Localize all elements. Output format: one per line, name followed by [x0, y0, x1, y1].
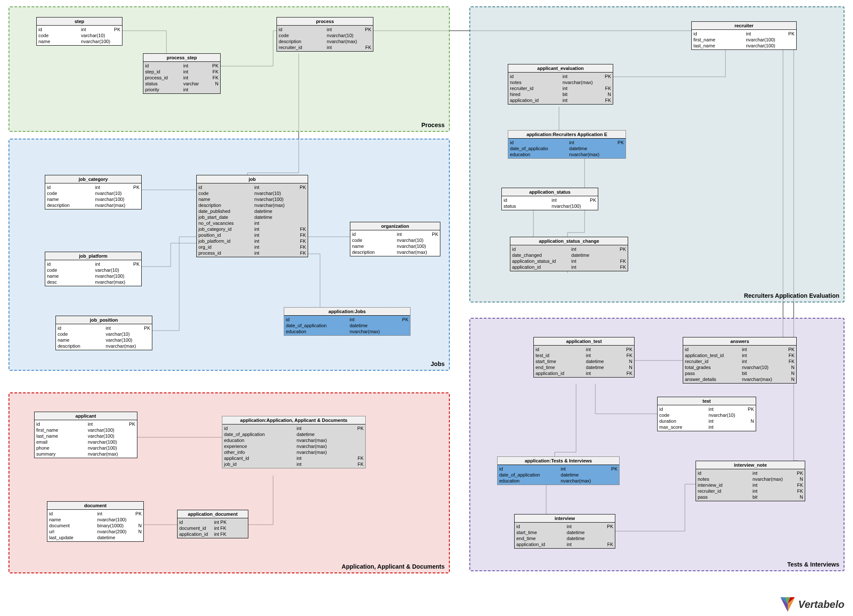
entity-application_jobs[interactable]: application:Jobs idintPKdate_of_applicat… — [284, 307, 410, 336]
column-row: date_of_applicationdatetime — [499, 472, 617, 478]
column-row: descriptionnvarchar(max) — [47, 202, 140, 208]
vertabelo-logo: Vertabelo — [780, 597, 844, 612]
entity-title: application_status_change — [510, 237, 628, 245]
column-row: codenvarchar(10) — [198, 190, 306, 196]
entity-applicant[interactable]: applicant idintPKfirst_namevarchar(100)l… — [34, 412, 137, 458]
column-row: codevarchar(10) — [38, 32, 120, 38]
logo-text: Vertabelo — [798, 599, 844, 610]
column-row: idintPK — [47, 261, 140, 267]
column-row: idintPK — [58, 325, 150, 331]
column-row: priorityint — [145, 87, 218, 93]
column-row: application_idintFK — [512, 264, 626, 270]
column-row: max_scoreint — [659, 424, 754, 430]
entity-process[interactable]: process idintPKcodenvarchar(10)descripti… — [277, 17, 373, 52]
column-row: codenvarchar(10) — [47, 190, 140, 196]
column-row: idintPK — [279, 26, 371, 32]
entity-title: process_step — [143, 54, 220, 62]
column-row: notesnvarchar(max)N — [698, 476, 803, 482]
column-row: namenvarchar(100) — [198, 196, 306, 202]
entity-answers[interactable]: answers idintPKapplication_test_idintFKr… — [683, 337, 797, 384]
entity-recruiter[interactable]: recruiter idintPKfirst_namenvarchar(100)… — [691, 21, 797, 50]
entity-application_recr[interactable]: application:Recruiters Application E idi… — [508, 130, 626, 159]
entity-document[interactable]: document idintPKnamenvarchar(100)documen… — [47, 501, 144, 542]
column-row: idintPK — [47, 184, 140, 190]
entity-application_status[interactable]: application_status idintPKstatusnvarchar… — [501, 188, 598, 210]
column-row: emailnvarchar(100) — [36, 439, 135, 445]
entity-title: process — [277, 17, 373, 26]
column-row: recruiter_idintFK — [510, 85, 611, 91]
column-row: statusvarcharN — [145, 81, 218, 87]
column-row: date_of_applicationdatetime — [224, 431, 364, 437]
entity-step[interactable]: step idintPKcodevarchar(10)namenvarchar(… — [36, 17, 122, 46]
zone-label: Jobs — [431, 360, 445, 367]
entity-application_test[interactable]: application_test idintPKtest_idintFKstar… — [533, 337, 635, 378]
column-row: codevarchar(10) — [58, 331, 150, 337]
entity-title: application:Application, Applicant & Doc… — [222, 416, 365, 424]
column-row: educationnvarchar(max) — [286, 328, 408, 334]
column-row: position_idintFK — [198, 232, 306, 238]
entity-title: application:Tests & Interviews — [498, 457, 619, 465]
column-row: idintPK — [49, 511, 142, 517]
column-row: date_changeddatetime — [512, 252, 626, 258]
column-row: statusnvarchar(100) — [504, 203, 596, 209]
column-row: namenvarchar(100) — [49, 517, 142, 523]
entity-title: answers — [683, 337, 796, 346]
column-row: application_idintFK — [536, 370, 632, 376]
entity-title: document — [47, 502, 143, 510]
entity-title: application_document — [178, 510, 248, 518]
column-row: idintPK — [499, 466, 617, 472]
zone-label: Tests & Interviews — [787, 561, 839, 568]
column-row: test_idintFK — [536, 352, 632, 358]
entity-application_app[interactable]: application:Application, Applicant & Doc… — [222, 416, 366, 468]
column-row: last_namenvarchar(100) — [693, 43, 795, 49]
column-row: idintPK — [504, 197, 596, 203]
column-row: phonenvarchar(100) — [36, 445, 135, 451]
column-row: descnvarchar(max) — [47, 279, 140, 285]
column-row: idintPK — [36, 421, 135, 427]
entity-job[interactable]: job idintPKcodenvarchar(10)namenvarchar(… — [196, 175, 308, 257]
column-row: recruiter_idintFK — [279, 44, 371, 50]
entity-job_platform[interactable]: job_platform idintPKcodevarchar(10)namen… — [45, 252, 142, 286]
column-row: hiredbitN — [510, 91, 611, 97]
entity-title: application_test — [534, 337, 634, 346]
column-row: end_timedatetimeN — [536, 364, 632, 370]
column-row: application_test_idintFK — [685, 352, 795, 358]
entity-test[interactable]: test idintPKcodenvarchar(10)durationintN… — [657, 397, 756, 431]
entity-job_category[interactable]: job_category idintPKcodenvarchar(10)name… — [45, 175, 142, 209]
column-row: date_of_applicationdatetime — [286, 323, 408, 328]
column-row: educationnvarchar(max) — [510, 151, 624, 157]
entity-applicant_evaluation[interactable]: applicant_evaluation idintPKnotesnvarcha… — [508, 64, 613, 105]
entity-title: organization — [350, 222, 440, 230]
column-row: namenvarchar(100) — [38, 38, 120, 44]
column-row: start_timedatetimeN — [536, 358, 632, 364]
column-row: passbitN — [698, 494, 803, 500]
column-row: first_namevarchar(100) — [36, 427, 135, 433]
zone-label: Application, Applicant & Documents — [342, 563, 445, 570]
column-row: job_category_idintFK — [198, 226, 306, 232]
column-row: descriptionnvarchar(max) — [198, 202, 306, 208]
column-row: step_idintFK — [145, 69, 218, 75]
column-row: process_idintFK — [198, 250, 306, 256]
entity-process_step[interactable]: process_step idintPKstep_idintFKprocess_… — [143, 53, 221, 94]
entity-application_status_change[interactable]: application_status_change idintPKdate_ch… — [510, 237, 628, 271]
column-row: idintPK — [516, 523, 613, 529]
entity-interview_note[interactable]: interview_note idintPKnotesnvarchar(max)… — [696, 461, 805, 501]
column-row: passbitN — [685, 370, 795, 376]
entity-application_document[interactable]: application_document idint PKdocument_id… — [177, 510, 248, 538]
column-row: namenvarchar(100) — [352, 243, 438, 249]
entity-job_position[interactable]: job_position idintPKcodevarchar(10)namev… — [55, 316, 152, 350]
column-row: start_timedatetime — [516, 529, 613, 535]
column-row: recruiter_idintFK — [698, 488, 803, 494]
entity-application_tests[interactable]: application:Tests & Interviews idintPKda… — [497, 456, 620, 485]
entity-interview[interactable]: interview idintPKstart_timedatetimeend_t… — [514, 514, 615, 549]
entity-title: job_platform — [45, 252, 141, 260]
column-row: end_timedatetime — [516, 535, 613, 541]
entity-title: job_category — [45, 175, 141, 183]
column-row: no_of_vacanciesint — [198, 220, 306, 226]
column-row: codevarchar(10) — [47, 267, 140, 273]
column-row: application_idint FK — [179, 531, 246, 537]
column-row: codenvarchar(10) — [659, 412, 754, 418]
column-row: interview_idintFK — [698, 482, 803, 488]
column-row: educationnvarchar(max) — [224, 437, 364, 443]
entity-organization[interactable]: organization idintPKcodenvarchar(10)name… — [350, 222, 440, 256]
